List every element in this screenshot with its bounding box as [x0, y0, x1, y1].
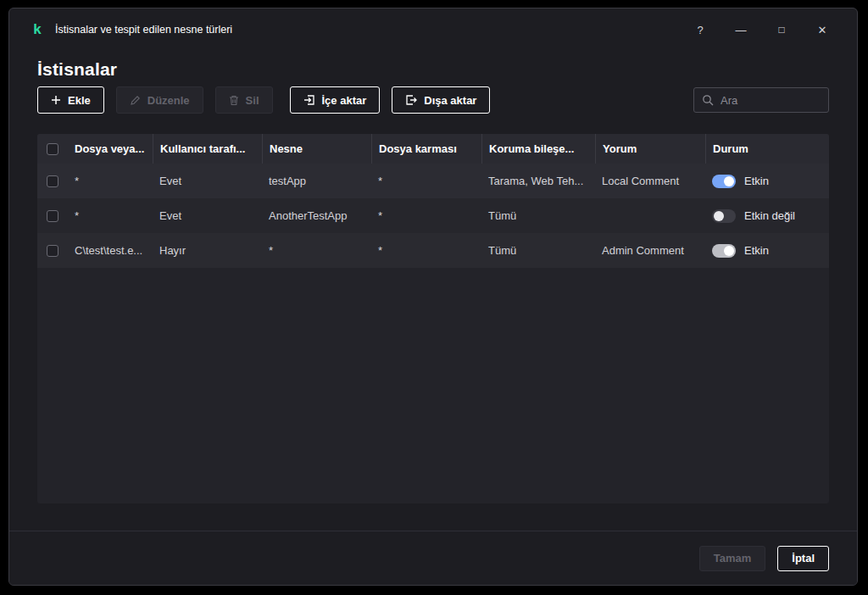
column-header-hash: Dosya karması [371, 134, 481, 164]
cell-object: AnotherTestApp [262, 209, 371, 222]
trash-icon [229, 95, 239, 106]
cell-comment: Local Comment [595, 175, 705, 187]
toolbar: Ekle Düzenle Sil İçe aktar [37, 86, 829, 114]
cell-hash: * [371, 209, 481, 222]
cell-user-added: Evet [153, 209, 262, 222]
toggle-knob [724, 176, 734, 186]
export-button[interactable]: Dışa aktar [392, 86, 490, 114]
row-checkbox[interactable] [47, 210, 58, 222]
column-header-components: Koruma bileşe... [481, 134, 595, 164]
table-header: Dosya veya... Kullanıcı tarafı... Nesne … [37, 134, 829, 164]
ok-button[interactable]: Tamam [699, 546, 766, 571]
cell-components: Tarama, Web Teh... [481, 175, 595, 187]
column-header-file: Dosya veya... [68, 134, 153, 164]
cell-file: C\test\test.e... [68, 244, 153, 257]
import-icon [303, 94, 315, 106]
cell-components: Tümü [481, 244, 595, 257]
export-icon [405, 94, 417, 106]
cell-hash: * [371, 175, 481, 187]
cell-user-added: Evet [153, 175, 262, 187]
window-controls: ? — □ ✕ [674, 17, 837, 42]
status-toggle[interactable] [712, 244, 736, 258]
column-header-object: Nesne [262, 134, 371, 164]
delete-button[interactable]: Sil [215, 86, 273, 114]
titlebar: k İstisnalar ve tespit edilen nesne türl… [9, 8, 857, 51]
cell-file: * [68, 175, 153, 187]
table-row[interactable]: * Evet testApp * Tarama, Web Teh... Loca… [37, 164, 829, 198]
exclusions-table: Dosya veya... Kullanıcı tarafı... Nesne … [37, 134, 829, 503]
import-button-label: İçe aktar [322, 94, 367, 107]
page-title: İstisnalar [37, 59, 829, 80]
kaspersky-logo-icon: k [30, 22, 45, 37]
table-row[interactable]: * Evet AnotherTestApp * Tümü Etkin değil [37, 198, 829, 233]
content-area: İstisnalar Ekle Düzenle Sil [9, 59, 857, 503]
row-checkbox[interactable] [47, 245, 58, 257]
edit-button-label: Düzenle [147, 94, 190, 107]
import-button[interactable]: İçe aktar [290, 86, 381, 114]
footer-bar: Tamam İptal [9, 531, 857, 585]
cell-object: testApp [262, 175, 371, 187]
table-row[interactable]: C\test\test.e... Hayır * * Tümü Admin Co… [37, 233, 829, 268]
select-all-checkbox[interactable] [47, 143, 58, 155]
export-button-label: Dışa aktar [424, 94, 476, 107]
pencil-icon [130, 95, 141, 106]
search-icon [702, 94, 714, 106]
cell-user-added: Hayır [153, 244, 262, 257]
status-label: Etkin değil [744, 209, 795, 222]
app-window: k İstisnalar ve tespit edilen nesne türl… [8, 8, 858, 586]
status-label: Etkin [744, 175, 769, 187]
delete-button-label: Sil [246, 94, 259, 107]
status-toggle[interactable] [712, 175, 736, 188]
cell-components: Tümü [481, 209, 595, 222]
minimize-button[interactable]: — [726, 17, 755, 42]
cell-hash: * [371, 244, 481, 257]
status-toggle[interactable] [712, 209, 736, 223]
close-button[interactable]: ✕ [808, 17, 837, 42]
column-header-comment: Yorum [595, 134, 705, 164]
row-checkbox[interactable] [47, 175, 58, 187]
plus-icon [51, 95, 61, 105]
window-title: İstisnalar ve tespit edilen nesne türler… [55, 24, 232, 36]
search-box[interactable] [693, 87, 829, 113]
search-input[interactable] [721, 94, 858, 107]
status-label: Etkin [744, 244, 769, 257]
maximize-button[interactable]: □ [767, 17, 796, 42]
help-button[interactable]: ? [686, 17, 715, 42]
toggle-knob [714, 211, 724, 221]
add-button[interactable]: Ekle [37, 86, 104, 114]
column-header-user-added: Kullanıcı tarafı... [153, 134, 262, 164]
cancel-button[interactable]: İptal [777, 546, 829, 571]
cell-file: * [68, 209, 153, 222]
cell-object: * [262, 244, 371, 257]
toggle-knob [724, 246, 734, 256]
edit-button[interactable]: Düzenle [116, 86, 203, 114]
column-header-status: Durum [705, 134, 829, 164]
add-button-label: Ekle [68, 94, 91, 107]
cell-comment: Admin Comment [595, 244, 705, 257]
